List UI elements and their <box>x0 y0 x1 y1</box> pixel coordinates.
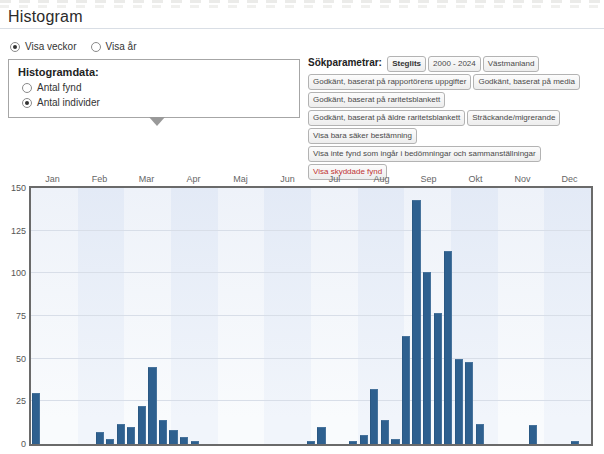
histogram-bar <box>138 406 146 444</box>
bar-slot <box>485 188 496 444</box>
bar-slot <box>232 188 243 444</box>
bar-slot <box>401 188 412 444</box>
bar-slot <box>348 188 359 444</box>
bar-slot <box>443 188 454 444</box>
histogram-data-options: Antal fyndAntal individer <box>18 82 290 108</box>
month-label: Apr <box>170 174 217 184</box>
bar-slot <box>369 188 380 444</box>
radio-antal-individer[interactable]: Antal individer <box>22 97 290 108</box>
histogram-bar <box>307 441 315 444</box>
search-tag: Visa inte fynd som ingår i bedömningar o… <box>308 146 541 162</box>
month-label: Jun <box>264 174 311 184</box>
y-tick-label: 100 <box>2 268 26 278</box>
radio-antal-fynd[interactable]: Antal fynd <box>22 82 290 93</box>
search-tag: Sträckande/migrerande <box>467 110 560 126</box>
histogram-bar <box>191 441 199 444</box>
title-divider <box>0 28 604 29</box>
bar-slot <box>390 188 401 444</box>
histogram-bar <box>180 437 188 444</box>
bar-slot <box>147 188 158 444</box>
bar-slot <box>242 188 253 444</box>
top-edge-decoration <box>0 5 604 8</box>
bar-slot <box>274 188 285 444</box>
radio-visa-veckor[interactable]: Visa veckor <box>10 41 77 52</box>
month-axis: JanFebMarAprMajJunJulAugSepOktNovDec <box>29 174 593 184</box>
histogram-bar <box>434 313 442 444</box>
histogram-bar <box>159 420 167 444</box>
bar-slot <box>200 188 211 444</box>
month-label: Okt <box>452 174 499 184</box>
bar-slot <box>179 188 190 444</box>
bar-slot <box>517 188 528 444</box>
histogram-bar <box>349 441 357 444</box>
month-label: Maj <box>217 174 264 184</box>
month-label: Sep <box>405 174 452 184</box>
month-label: Jan <box>29 174 76 184</box>
month-label: Nov <box>499 174 546 184</box>
y-tick-label: 125 <box>2 226 26 236</box>
histogram-chart <box>29 186 593 446</box>
bar-slot <box>168 188 179 444</box>
histogram-bar <box>444 251 452 444</box>
bar-slot <box>263 188 274 444</box>
radio-label: Antal individer <box>37 97 100 108</box>
histogram-bar <box>412 200 420 444</box>
bar-slot <box>506 188 517 444</box>
radio-label: Visa veckor <box>25 41 77 52</box>
histogram-bar <box>529 425 537 444</box>
month-label: Dec <box>546 174 593 184</box>
top-edge-decoration <box>0 0 604 3</box>
bar-slot <box>211 188 222 444</box>
bar-slot <box>549 188 560 444</box>
bar-slot <box>94 188 105 444</box>
histogram-bar <box>381 420 389 444</box>
month-label: Jul <box>311 174 358 184</box>
bar-slot <box>189 188 200 444</box>
bar-slot <box>538 188 549 444</box>
bar-slot <box>158 188 169 444</box>
bar-slot <box>42 188 53 444</box>
search-tag: Godkänt, baserat på media <box>473 74 580 90</box>
search-params-label: Sökparametrar: <box>308 57 382 68</box>
histogram-bar <box>148 367 156 444</box>
view-toggle-group: Visa veckorVisa år <box>10 41 136 52</box>
search-tag: Godkänt, baserat på äldre raritetsblanke… <box>308 110 465 126</box>
search-tag: 2000 - 2024 <box>428 56 481 72</box>
bar-slot <box>422 188 433 444</box>
y-tick-label: 0 <box>2 439 26 449</box>
histogram-bar <box>402 336 410 444</box>
search-tag: Visa bara säker bestämning <box>308 128 417 144</box>
bar-slot <box>73 188 84 444</box>
bar-slot <box>570 188 581 444</box>
histogram-bar <box>465 362 473 444</box>
bar-slot <box>221 188 232 444</box>
histogram-data-title: Histogramdata: <box>18 66 290 78</box>
y-tick-label: 75 <box>2 311 26 321</box>
month-label: Aug <box>358 174 405 184</box>
histogram-bar <box>476 424 484 444</box>
radio-visa-r[interactable]: Visa år <box>91 41 137 52</box>
search-tag: Godkänt, baserat på raritetsblankett <box>308 92 445 108</box>
bars-layer <box>31 188 591 444</box>
page-title: Histogram <box>8 8 83 26</box>
bar-slot <box>432 188 443 444</box>
y-tick-label: 50 <box>2 354 26 364</box>
month-label: Mar <box>123 174 170 184</box>
bar-slot <box>464 188 475 444</box>
bar-slot <box>358 188 369 444</box>
histogram-bar <box>169 430 177 444</box>
bar-slot <box>137 188 148 444</box>
radio-icon <box>91 42 101 52</box>
bar-slot <box>84 188 95 444</box>
bar-slot <box>411 188 422 444</box>
search-tag: Steglits <box>387 56 426 72</box>
histogram-bar <box>117 424 125 444</box>
bar-slot <box>63 188 74 444</box>
search-tag: Godkänt, baserat på rapportörens uppgift… <box>308 74 471 90</box>
search-tags: Sökparametrar: Steglits2000 - 2024Västma… <box>308 55 604 181</box>
bar-slot <box>327 188 338 444</box>
histogram-bar <box>360 435 368 444</box>
histogram-data-panel: Histogramdata: Antal fyndAntal individer <box>8 59 300 118</box>
bar-slot <box>285 188 296 444</box>
bar-slot <box>295 188 306 444</box>
